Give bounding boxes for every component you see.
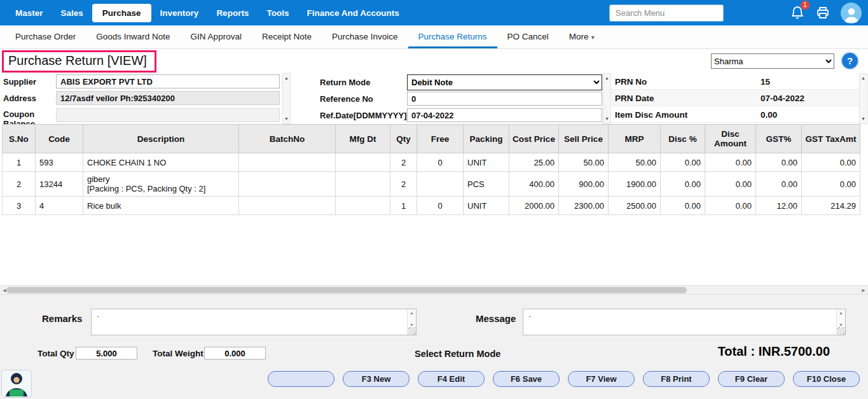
table-cell: 0	[417, 153, 464, 172]
coupon-balance-input[interactable]	[56, 108, 280, 122]
resize-grip-icon[interactable]	[837, 327, 845, 335]
address-input[interactable]	[56, 91, 280, 105]
tab-purchase-returns[interactable]: Purchase Returns	[408, 25, 497, 48]
scroll-down-icon[interactable]: ▼	[283, 115, 290, 123]
tab-purchase-order[interactable]: Purchase Order	[5, 25, 86, 48]
title-row: Purchase Return [VIEW] Sharma ?	[0, 49, 868, 73]
header-form: Supplier Address Coupon Balance ▲ ▼ Retu…	[0, 73, 868, 124]
search-input[interactable]	[609, 4, 724, 22]
nav-tools[interactable]: Tools	[258, 4, 298, 22]
left-form-scrollbar[interactable]: ▲ ▼	[282, 73, 291, 124]
resize-grip-icon[interactable]	[408, 327, 416, 335]
blank-button[interactable]	[268, 371, 334, 387]
tab-receipt-note[interactable]: Receipt Note	[252, 25, 322, 48]
prn-no-row	[611, 73, 859, 90]
function-button-row: F3 New F4 Edit F6 Save F7 View F8 Print …	[268, 371, 860, 387]
nav-sales[interactable]: Sales	[52, 4, 92, 22]
scroll-down-icon[interactable]: ▼	[837, 323, 845, 327]
table-cell: 12.00	[756, 197, 802, 215]
column-header: Qty	[390, 125, 417, 153]
scroll-right-icon[interactable]: ►	[861, 288, 866, 293]
tab-po-cancel[interactable]: PO Cancel	[497, 25, 559, 48]
scroll-up-icon[interactable]: ▲	[603, 74, 610, 82]
table-cell: 2500.00	[609, 197, 661, 215]
user-avatar[interactable]	[841, 3, 862, 24]
printer-icon	[815, 5, 830, 20]
item-disc-amount-label: Item Disc Amount	[615, 110, 687, 120]
table-cell: 0.00	[661, 153, 705, 172]
column-header: GST TaxAmt	[802, 125, 860, 153]
scroll-up-icon[interactable]: ▲	[408, 311, 416, 315]
table-row[interactable]: 34Rice bulk10UNIT2000.002300.002500.000.…	[3, 197, 860, 215]
f8-print-button[interactable]: F8 Print	[643, 371, 710, 387]
nav-inventory[interactable]: Inventory	[151, 4, 208, 22]
notification-badge: 1	[801, 1, 809, 10]
column-header: GST%	[756, 125, 802, 153]
table-row[interactable]: 213244gibery [Packing : PCS, Packing Qty…	[3, 172, 860, 197]
print-button[interactable]	[815, 5, 830, 20]
total-qty-input[interactable]	[76, 347, 137, 360]
message-textarea[interactable]: · ▲ ▼	[523, 309, 846, 335]
tab-more[interactable]: More▾	[559, 25, 605, 48]
tab-purchase-invoice[interactable]: Purchase Invoice	[322, 25, 408, 48]
scroll-up-icon[interactable]: ▲	[837, 311, 845, 315]
app-logo[interactable]	[1, 370, 32, 398]
bottom-panel: Remarks · ▲ ▼ Message · ▲ ▼ Total Qty To…	[0, 295, 868, 399]
column-header: Cost Price	[509, 125, 559, 153]
f10-close-button[interactable]: F10 Close	[793, 371, 860, 387]
table-cell: 50.00	[559, 153, 609, 172]
reference-no-label: Reference No	[320, 94, 373, 104]
table-cell: 0.00	[661, 172, 705, 197]
table-row[interactable]: 1593CHOKE CHAIN 1 NO20UNIT25.0050.0050.0…	[3, 153, 860, 172]
nav-finance-and-accounts[interactable]: Finance And Accounts	[298, 4, 408, 22]
remarks-textarea[interactable]: · ▲ ▼	[91, 309, 417, 335]
f6-save-button[interactable]: F6 Save	[493, 371, 560, 387]
scroll-down-icon[interactable]: ▼	[860, 115, 867, 123]
middle-form-scrollbar[interactable]: ▲ ▼	[603, 73, 611, 124]
return-mode-select[interactable]: Debit Note	[407, 74, 602, 90]
supplier-label: Supplier	[3, 77, 36, 87]
scroll-up-icon[interactable]: ▲	[860, 74, 867, 82]
chevron-down-icon: ▾	[591, 34, 595, 41]
prn-date-value: 07-04-2022	[761, 94, 804, 103]
prn-no-value: 15	[761, 77, 770, 87]
column-header: Packing	[464, 125, 509, 153]
reference-no-input[interactable]	[407, 92, 602, 106]
nav-master[interactable]: Master	[6, 4, 52, 22]
table-cell	[336, 153, 390, 172]
purchase-subnav: Purchase Order Goods Inward Note GIN App…	[0, 25, 868, 49]
scroll-up-icon[interactable]: ▲	[283, 74, 290, 82]
nav-reports[interactable]: Reports	[207, 4, 258, 22]
scroll-down-icon[interactable]: ▼	[603, 115, 610, 123]
column-header: MRP	[609, 125, 661, 153]
f3-new-button[interactable]: F3 New	[343, 371, 410, 387]
f9-clear-button[interactable]: F9 Clear	[718, 371, 785, 387]
notifications-button[interactable]: 1	[790, 5, 805, 20]
user-select[interactable]: Sharma	[711, 53, 834, 69]
supplier-input[interactable]	[56, 74, 280, 88]
table-cell: 0.00	[705, 197, 756, 215]
return-mode-label: Return Mode	[320, 78, 370, 87]
f7-view-button[interactable]: F7 View	[568, 371, 635, 387]
right-form-scrollbar[interactable]: ▲ ▼	[859, 73, 867, 124]
table-cell: 900.00	[559, 172, 609, 197]
table-cell: 50.00	[609, 153, 661, 172]
tab-gin-approval[interactable]: GIN Approval	[181, 25, 252, 48]
nav-purchase[interactable]: Purchase	[92, 4, 151, 22]
table-cell: 0.00	[756, 172, 802, 197]
ref-date-input[interactable]	[407, 108, 602, 122]
tab-goods-inward-note[interactable]: Goods Inward Note	[86, 25, 180, 48]
total-qty-label: Total Qty	[38, 349, 74, 358]
items-tbody: 1593CHOKE CHAIN 1 NO20UNIT25.0050.0050.0…	[3, 153, 860, 215]
table-cell: 0.00	[756, 153, 802, 172]
horizontal-scrollbar[interactable]: ◄ ►	[0, 285, 868, 295]
prn-date-label: PRN Date	[615, 94, 654, 103]
f4-edit-button[interactable]: F4 Edit	[418, 371, 485, 387]
help-button[interactable]: ?	[842, 53, 858, 69]
table-cell: 0	[417, 197, 464, 215]
items-table: S.NoCodeDescriptionBatchNoMfg DtQtyFreeP…	[2, 124, 860, 215]
total-weight-input[interactable]	[204, 347, 266, 360]
scroll-down-icon[interactable]: ▼	[408, 323, 416, 327]
table-cell: 4	[36, 197, 83, 215]
scrollbar-thumb[interactable]	[6, 287, 687, 293]
